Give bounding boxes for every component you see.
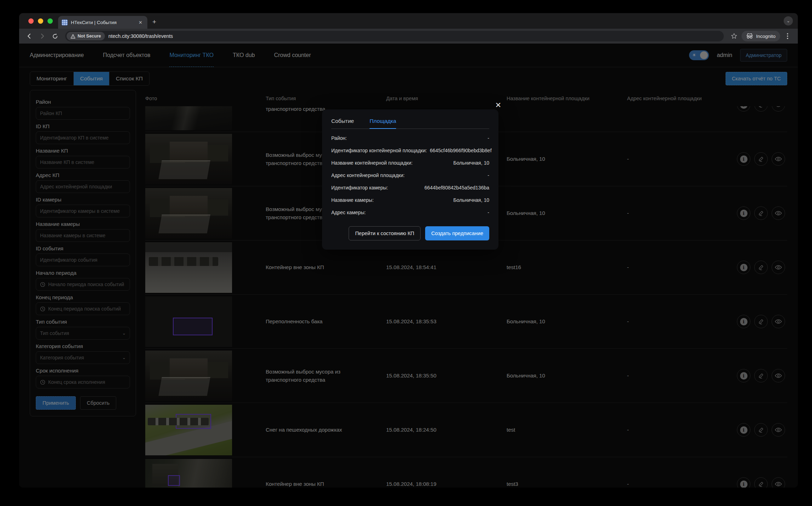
event-details-modal: ✕ СобытиеПлощадка Район:-Идентификатор к… xyxy=(322,109,498,250)
modal-detail-label: Название камеры: xyxy=(331,197,374,203)
browser-tab[interactable]: НТехСити | События ✕ xyxy=(58,16,147,29)
menu-dots-icon[interactable] xyxy=(782,31,793,41)
modal-detail-row: Идентификатор контейнерной площадки:6645… xyxy=(331,144,489,157)
tab-search-chevron-icon[interactable]: ⌄ xyxy=(784,16,793,25)
back-icon[interactable] xyxy=(24,31,35,41)
tab-close-icon[interactable]: ✕ xyxy=(137,19,144,26)
tab-favicon-icon xyxy=(62,19,68,25)
modal-tab-1[interactable]: Площадка xyxy=(370,118,396,124)
modal-detail-label: Идентификатор контейнерной площадки: xyxy=(331,148,427,153)
minimize-window-button[interactable] xyxy=(38,18,43,24)
not-secure-badge[interactable]: Not Secure xyxy=(67,32,105,40)
goto-kp-state-button[interactable]: Перейти к состоянию КП xyxy=(349,226,421,240)
modal-detail-row: Название контейнерной площадки:Больнична… xyxy=(331,157,489,169)
create-order-button[interactable]: Создать предписание xyxy=(425,226,489,240)
incognito-badge: Incognito xyxy=(741,31,780,41)
incognito-icon xyxy=(746,33,753,39)
browser-toolbar: Not Secure ntech.city:30080/trash/events… xyxy=(19,29,798,44)
modal-close-icon[interactable]: ✕ xyxy=(495,101,501,109)
tab-title: НТехСити | События xyxy=(71,20,134,25)
modal-tabs: СобытиеПлощадка xyxy=(331,118,489,129)
modal-detail-row: Адрес контейнерной площадки:- xyxy=(331,169,489,181)
modal-tab-0[interactable]: Событие xyxy=(331,118,354,124)
modal-detail-row: Район:- xyxy=(331,132,489,144)
warning-triangle-icon xyxy=(71,34,75,39)
window-controls xyxy=(28,18,53,24)
modal-detail-label: Адрес камеры: xyxy=(331,210,366,215)
modal-detail-row: Идентификатор камеры:6644bef80842b45a5ed… xyxy=(331,181,489,194)
modal-detail-value: 6644bef80842b45a5ed136ba xyxy=(424,185,489,191)
forward-icon[interactable] xyxy=(37,31,47,41)
modal-detail-label: Идентификатор камеры: xyxy=(331,185,388,191)
modal-detail-row: Название камеры:Больничная, 10 xyxy=(331,194,489,206)
modal-detail-value: - xyxy=(487,135,489,141)
incognito-label: Incognito xyxy=(756,34,776,39)
modal-detail-row: Адрес камеры:- xyxy=(331,206,489,218)
zoom-window-button[interactable] xyxy=(47,18,53,24)
url-text: ntech.city:30080/trash/events xyxy=(108,33,173,39)
bookmark-star-icon[interactable] xyxy=(729,31,739,41)
modal-detail-label: Район: xyxy=(331,135,347,141)
modal-detail-label: Адрес контейнерной площадки: xyxy=(331,172,405,178)
modal-detail-value: Больничная, 10 xyxy=(453,197,489,203)
new-tab-button[interactable]: + xyxy=(152,18,156,26)
reload-icon[interactable] xyxy=(50,31,60,41)
url-bar[interactable]: Not Secure ntech.city:30080/trash/events xyxy=(65,31,724,41)
modal-detail-label: Название контейнерной площадки: xyxy=(331,160,413,166)
not-secure-label: Not Secure xyxy=(78,34,101,39)
close-window-button[interactable] xyxy=(28,18,34,24)
modal-detail-value: - xyxy=(487,172,489,178)
app-root: АдминистрированиеПодсчет объектовМонитор… xyxy=(19,44,798,488)
browser-tabstrip: НТехСити | События ✕ + ⌄ xyxy=(19,13,798,29)
modal-detail-value: - xyxy=(487,210,489,215)
modal-detail-value: Больничная, 10 xyxy=(453,160,489,166)
modal-detail-value: 6645cf46b966f90bebd3b8ef xyxy=(430,148,491,153)
browser-window: НТехСити | События ✕ + ⌄ Not Secure ntec… xyxy=(19,13,798,488)
